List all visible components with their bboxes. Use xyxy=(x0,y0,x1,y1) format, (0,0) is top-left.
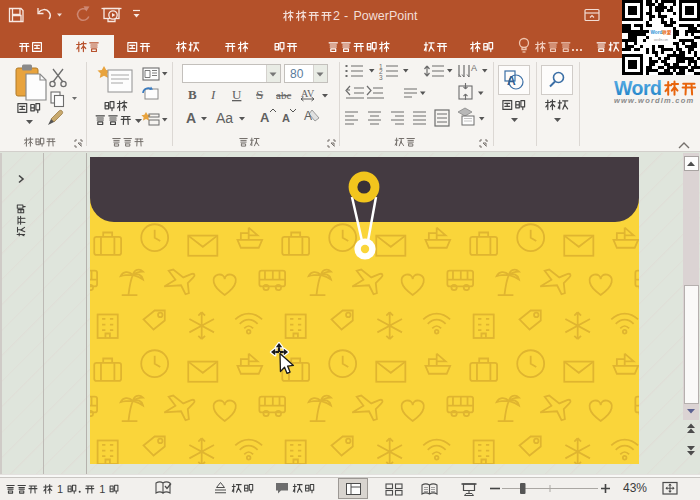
svg-text:-: - xyxy=(344,9,348,23)
svg-text:U: U xyxy=(232,87,242,102)
svg-text:I: I xyxy=(210,87,216,102)
svg-text:1: 1 xyxy=(99,483,105,495)
svg-text:A: A xyxy=(186,110,196,126)
svg-text:PowerPoint: PowerPoint xyxy=(354,9,418,23)
svg-text:A: A xyxy=(282,112,290,124)
svg-text:A: A xyxy=(507,74,516,88)
svg-text:S: S xyxy=(256,87,263,102)
svg-text:abc: abc xyxy=(276,89,291,101)
svg-text:A: A xyxy=(471,63,477,73)
svg-text:Aa: Aa xyxy=(216,110,233,126)
svg-text:Word联盟: Word联盟 xyxy=(651,29,672,36)
svg-text:3: 3 xyxy=(379,74,383,81)
svg-text:A: A xyxy=(260,110,270,125)
svg-text:B: B xyxy=(188,87,197,102)
svg-text:1: 1 xyxy=(57,483,63,495)
svg-text:wordlm.com: wordlm.com xyxy=(654,38,668,42)
svg-text:A: A xyxy=(304,109,312,123)
svg-text:2: 2 xyxy=(333,9,340,23)
